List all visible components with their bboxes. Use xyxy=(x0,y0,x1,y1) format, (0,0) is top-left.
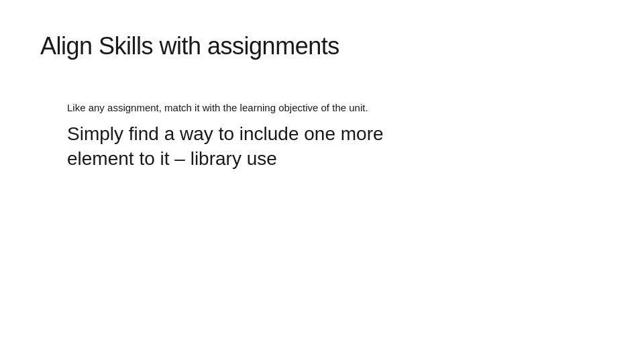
body-small-text: Like any assignment, match it with the l… xyxy=(67,101,376,116)
slide: Align Skills with assignments Like any a… xyxy=(0,0,644,362)
slide-title: Align Skills with assignments xyxy=(40,32,604,60)
body-large-text: Simply find a way to include one more el… xyxy=(67,121,416,172)
content-area: Like any assignment, match it with the l… xyxy=(40,101,604,172)
